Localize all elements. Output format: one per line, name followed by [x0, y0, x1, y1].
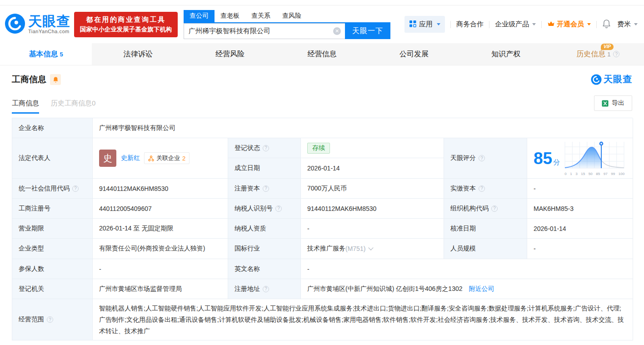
- bell-icon: [602, 19, 611, 30]
- tab-company-development[interactable]: 公司发展: [368, 43, 460, 65]
- field-value-industry[interactable]: 技术推广服务 (M751): [301, 239, 444, 259]
- business-info-table: 企业名称 广州稀宇极智科技有限公司 法定代表人 史 史新红 关联企业 2: [12, 118, 633, 340]
- help-icon[interactable]: ?: [47, 316, 53, 323]
- search-tabs: 查公司 查老板 查关系 查风险: [184, 10, 390, 23]
- help-icon[interactable]: ?: [263, 286, 269, 292]
- help-icon[interactable]: ?: [72, 185, 79, 192]
- field-value-reg-capital: 7000万人民币: [301, 179, 444, 199]
- crown-icon: [547, 20, 555, 29]
- field-label-reg-status: 登记状态?: [228, 138, 301, 158]
- field-value-english-name: -: [301, 259, 633, 279]
- subscribe-bell-button[interactable]: [50, 74, 61, 85]
- nav-business-coop[interactable]: 商务合作: [456, 20, 484, 29]
- search-input[interactable]: [184, 23, 345, 39]
- field-value-org-code: MAK6HM85-3: [527, 199, 633, 219]
- tab-basic-count: 5: [60, 51, 63, 58]
- page-top-divider: [0, 0, 644, 5]
- apps-menu[interactable]: 应用: [404, 16, 445, 33]
- vip-badge: VIP: [601, 44, 614, 50]
- field-label-reg-no: 工商注册号: [12, 199, 93, 219]
- chevron-down-icon: [437, 23, 440, 25]
- site-header: 天眼查 TianYanCha.com 都在用的商业查询工具 国家中小企业发展子基…: [0, 5, 644, 43]
- field-label-credit-code: 统一社会信用代码?: [12, 179, 93, 199]
- subtab-history-business-info[interactable]: 历史工商信息0: [51, 99, 95, 114]
- help-icon[interactable]: ?: [263, 185, 269, 192]
- help-icon[interactable]: ?: [491, 205, 498, 212]
- field-value-term: 2026-01-14 至 无固定期限: [93, 219, 228, 239]
- field-value-insured-count: -: [93, 259, 228, 279]
- help-icon[interactable]: ?: [613, 51, 619, 57]
- user-menu[interactable]: 费米: [617, 20, 638, 29]
- search-tab-relation[interactable]: 查关系: [245, 10, 276, 22]
- help-icon[interactable]: ?: [479, 185, 485, 192]
- section-title: 工商信息: [12, 74, 46, 85]
- tab-intellectual-property[interactable]: 知识产权: [460, 43, 552, 65]
- help-icon[interactable]: ?: [479, 155, 485, 161]
- company-tabbar: 基本信息 5 法律诉讼 经营风险 经营信息 公司发展 知识产权 历史信息 VIP…: [0, 43, 644, 65]
- field-label-reg-address: 注册地址?: [228, 279, 301, 299]
- user-name: 费米: [617, 20, 631, 29]
- score-unit: 分: [553, 158, 560, 167]
- field-value-taxpayer-quality: -: [301, 219, 444, 239]
- field-value-company-name: 广州稀宇极智科技有限公司: [93, 118, 633, 138]
- clear-search-icon[interactable]: ✕: [333, 27, 341, 35]
- field-value-legal-rep: 史 史新红 关联企业 2: [93, 138, 228, 179]
- tab-operating-info[interactable]: 经营信息: [276, 43, 368, 65]
- field-value-taxpayer-no: 91440112MAK6HM8530: [301, 199, 444, 219]
- field-label-insured-count: 参保人数: [12, 259, 93, 279]
- field-value-business-scope: 智能机器人销售;人工智能硬件销售;人工智能应用软件开发;人工智能行业应用系统集成…: [93, 299, 633, 340]
- apps-label: 应用: [419, 20, 433, 29]
- score-axis-ticks: 01 315 5085 9799 100: [564, 172, 624, 176]
- field-value-est-date: 2026-01-14: [301, 158, 444, 179]
- bell-icon: [53, 76, 59, 83]
- tab-basic-info[interactable]: 基本信息 5: [0, 43, 92, 65]
- help-icon[interactable]: ?: [263, 145, 269, 151]
- field-label-tyc-score: 天眼评分?: [444, 138, 527, 179]
- tab-legal-litigation[interactable]: 法律诉讼: [92, 43, 184, 65]
- nav-enterprise-products[interactable]: 企业级产品: [495, 20, 536, 29]
- field-label-taxpayer-quality: 纳税人资质: [228, 219, 301, 239]
- field-label-english-name: 英文名称: [228, 259, 301, 279]
- field-label-reg-capital: 注册资本?: [228, 179, 301, 199]
- search-tab-risk[interactable]: 查风险: [276, 10, 307, 22]
- field-label-paid-capital: 实缴资本?: [444, 179, 527, 199]
- field-label-staff-size: 人员规模: [444, 239, 527, 259]
- tianyancha-logo-icon: [5, 13, 25, 36]
- help-icon[interactable]: ?: [275, 205, 282, 212]
- field-label-legal-rep: 法定代表人: [12, 138, 93, 179]
- legal-rep-avatar[interactable]: 史: [99, 150, 116, 167]
- excel-icon: [602, 100, 609, 107]
- field-label-company-name: 企业名称: [12, 118, 93, 138]
- field-label-org-code: 组织机构代码?: [444, 199, 527, 219]
- legal-rep-link[interactable]: 史新红: [121, 154, 140, 162]
- score-number: 85: [534, 150, 552, 167]
- field-value-reg-authority: 广州市黄埔区市场监督管理局: [93, 279, 228, 299]
- header-nav: 应用 商务合作 企业级产品 开通会员: [404, 16, 638, 33]
- tab-history-count: 1: [607, 51, 610, 58]
- notification-bell[interactable]: [602, 19, 611, 30]
- chevron-down-icon: [532, 23, 536, 25]
- main-content: 工商信息 天眼查 工商信息 历史工商信息0 导出: [0, 73, 644, 340]
- field-value-reg-address: 广州市黄埔区(中新广州知识城) 亿创街1号406房之1302 附近公司: [301, 279, 633, 299]
- brand-domain: TianYanCha.com: [28, 29, 70, 34]
- nearby-companies-link[interactable]: 附近公司: [469, 285, 494, 293]
- nav-open-membership[interactable]: 开通会员: [547, 20, 591, 29]
- score-distribution-chart[interactable]: 01 315 5085 9799 100: [564, 141, 624, 176]
- field-label-approve-date: 核准日期: [444, 219, 527, 239]
- field-value-staff-size: -: [527, 239, 633, 259]
- tab-history-info[interactable]: 历史信息 VIP 1 ?: [552, 43, 644, 65]
- field-label-business-scope: 经营范围?: [12, 299, 93, 340]
- tab-operating-risk[interactable]: 经营风险: [184, 43, 276, 65]
- tianyancha-logo[interactable]: 天眼查 TianYanCha.com: [5, 13, 70, 36]
- export-button[interactable]: 导出: [594, 95, 632, 111]
- search-tab-company[interactable]: 查公司: [184, 10, 215, 22]
- field-value-approve-date: 2026-01-14: [527, 219, 633, 239]
- search-tab-boss[interactable]: 查老板: [215, 10, 245, 22]
- promo-line2: 国家中小企业发展子基金旗下机构: [80, 25, 172, 34]
- related-companies-badge[interactable]: 关联企业 2: [144, 152, 190, 164]
- chevron-down-icon[interactable]: [369, 245, 374, 250]
- subtab-business-info[interactable]: 工商信息: [12, 99, 39, 114]
- promo-line1: 都在用的商业查询工具: [86, 15, 166, 24]
- search-button[interactable]: 天眼一下: [345, 23, 390, 39]
- promo-banner: 都在用的商业查询工具 国家中小企业发展子基金旗下机构: [74, 12, 178, 37]
